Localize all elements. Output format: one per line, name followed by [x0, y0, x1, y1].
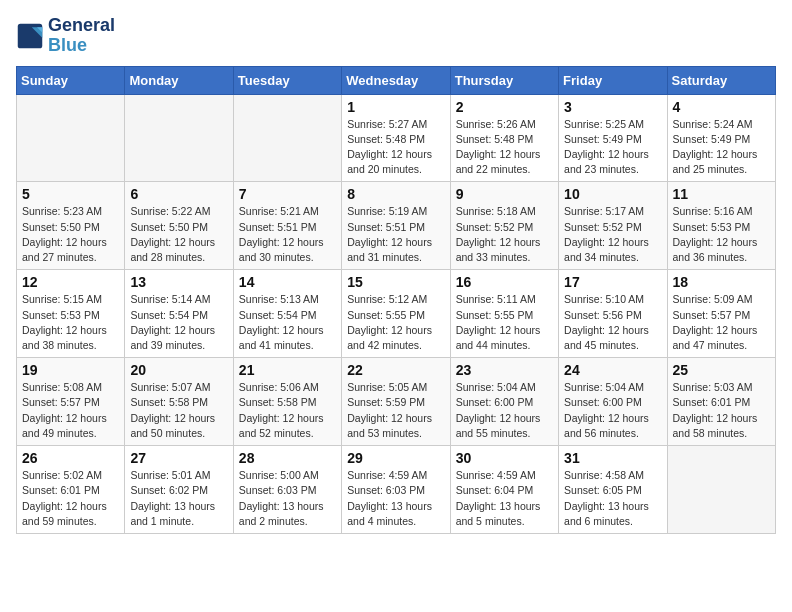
day-info: Sunrise: 5:02 AM Sunset: 6:01 PM Dayligh…: [22, 468, 119, 529]
day-number: 23: [456, 362, 553, 378]
day-number: 17: [564, 274, 661, 290]
day-number: 4: [673, 99, 770, 115]
day-number: 10: [564, 186, 661, 202]
calendar-cell: 4Sunrise: 5:24 AM Sunset: 5:49 PM Daylig…: [667, 94, 775, 182]
calendar-cell: 10Sunrise: 5:17 AM Sunset: 5:52 PM Dayli…: [559, 182, 667, 270]
day-number: 2: [456, 99, 553, 115]
calendar-cell: [233, 94, 341, 182]
calendar-cell: 15Sunrise: 5:12 AM Sunset: 5:55 PM Dayli…: [342, 270, 450, 358]
calendar-cell: 2Sunrise: 5:26 AM Sunset: 5:48 PM Daylig…: [450, 94, 558, 182]
calendar-cell: 22Sunrise: 5:05 AM Sunset: 5:59 PM Dayli…: [342, 358, 450, 446]
calendar-cell: 30Sunrise: 4:59 AM Sunset: 6:04 PM Dayli…: [450, 446, 558, 534]
calendar-cell: 18Sunrise: 5:09 AM Sunset: 5:57 PM Dayli…: [667, 270, 775, 358]
day-number: 5: [22, 186, 119, 202]
day-number: 3: [564, 99, 661, 115]
calendar-cell: 25Sunrise: 5:03 AM Sunset: 6:01 PM Dayli…: [667, 358, 775, 446]
calendar-cell: 21Sunrise: 5:06 AM Sunset: 5:58 PM Dayli…: [233, 358, 341, 446]
calendar-cell: 29Sunrise: 4:59 AM Sunset: 6:03 PM Dayli…: [342, 446, 450, 534]
calendar-cell: 12Sunrise: 5:15 AM Sunset: 5:53 PM Dayli…: [17, 270, 125, 358]
calendar-cell: 17Sunrise: 5:10 AM Sunset: 5:56 PM Dayli…: [559, 270, 667, 358]
day-number: 25: [673, 362, 770, 378]
calendar-cell: [17, 94, 125, 182]
weekday-header: Monday: [125, 66, 233, 94]
day-info: Sunrise: 5:04 AM Sunset: 6:00 PM Dayligh…: [564, 380, 661, 441]
calendar-table: SundayMondayTuesdayWednesdayThursdayFrid…: [16, 66, 776, 534]
calendar-week-row: 12Sunrise: 5:15 AM Sunset: 5:53 PM Dayli…: [17, 270, 776, 358]
day-info: Sunrise: 5:08 AM Sunset: 5:57 PM Dayligh…: [22, 380, 119, 441]
calendar-week-row: 5Sunrise: 5:23 AM Sunset: 5:50 PM Daylig…: [17, 182, 776, 270]
day-info: Sunrise: 5:17 AM Sunset: 5:52 PM Dayligh…: [564, 204, 661, 265]
day-number: 15: [347, 274, 444, 290]
day-number: 1: [347, 99, 444, 115]
day-number: 12: [22, 274, 119, 290]
weekday-header: Thursday: [450, 66, 558, 94]
calendar-cell: [125, 94, 233, 182]
weekday-header: Saturday: [667, 66, 775, 94]
calendar-cell: 19Sunrise: 5:08 AM Sunset: 5:57 PM Dayli…: [17, 358, 125, 446]
weekday-header: Tuesday: [233, 66, 341, 94]
day-info: Sunrise: 5:01 AM Sunset: 6:02 PM Dayligh…: [130, 468, 227, 529]
calendar-cell: 13Sunrise: 5:14 AM Sunset: 5:54 PM Dayli…: [125, 270, 233, 358]
calendar-week-row: 19Sunrise: 5:08 AM Sunset: 5:57 PM Dayli…: [17, 358, 776, 446]
day-number: 27: [130, 450, 227, 466]
day-info: Sunrise: 5:21 AM Sunset: 5:51 PM Dayligh…: [239, 204, 336, 265]
day-info: Sunrise: 5:00 AM Sunset: 6:03 PM Dayligh…: [239, 468, 336, 529]
day-number: 30: [456, 450, 553, 466]
day-info: Sunrise: 5:05 AM Sunset: 5:59 PM Dayligh…: [347, 380, 444, 441]
day-number: 13: [130, 274, 227, 290]
day-info: Sunrise: 5:15 AM Sunset: 5:53 PM Dayligh…: [22, 292, 119, 353]
calendar-week-row: 26Sunrise: 5:02 AM Sunset: 6:01 PM Dayli…: [17, 446, 776, 534]
logo: GeneralBlue: [16, 16, 115, 56]
weekday-header: Sunday: [17, 66, 125, 94]
day-info: Sunrise: 5:19 AM Sunset: 5:51 PM Dayligh…: [347, 204, 444, 265]
day-number: 7: [239, 186, 336, 202]
day-number: 14: [239, 274, 336, 290]
calendar-cell: 27Sunrise: 5:01 AM Sunset: 6:02 PM Dayli…: [125, 446, 233, 534]
logo-text: GeneralBlue: [48, 16, 115, 56]
day-number: 21: [239, 362, 336, 378]
weekday-header: Wednesday: [342, 66, 450, 94]
day-number: 9: [456, 186, 553, 202]
day-info: Sunrise: 5:24 AM Sunset: 5:49 PM Dayligh…: [673, 117, 770, 178]
day-number: 16: [456, 274, 553, 290]
day-number: 26: [22, 450, 119, 466]
day-info: Sunrise: 4:59 AM Sunset: 6:03 PM Dayligh…: [347, 468, 444, 529]
day-info: Sunrise: 5:16 AM Sunset: 5:53 PM Dayligh…: [673, 204, 770, 265]
calendar-cell: 3Sunrise: 5:25 AM Sunset: 5:49 PM Daylig…: [559, 94, 667, 182]
day-info: Sunrise: 5:23 AM Sunset: 5:50 PM Dayligh…: [22, 204, 119, 265]
calendar-cell: 20Sunrise: 5:07 AM Sunset: 5:58 PM Dayli…: [125, 358, 233, 446]
calendar-cell: 7Sunrise: 5:21 AM Sunset: 5:51 PM Daylig…: [233, 182, 341, 270]
day-info: Sunrise: 5:27 AM Sunset: 5:48 PM Dayligh…: [347, 117, 444, 178]
day-number: 22: [347, 362, 444, 378]
calendar-cell: 24Sunrise: 5:04 AM Sunset: 6:00 PM Dayli…: [559, 358, 667, 446]
day-info: Sunrise: 5:04 AM Sunset: 6:00 PM Dayligh…: [456, 380, 553, 441]
day-info: Sunrise: 5:11 AM Sunset: 5:55 PM Dayligh…: [456, 292, 553, 353]
day-info: Sunrise: 5:13 AM Sunset: 5:54 PM Dayligh…: [239, 292, 336, 353]
day-info: Sunrise: 5:12 AM Sunset: 5:55 PM Dayligh…: [347, 292, 444, 353]
weekday-header: Friday: [559, 66, 667, 94]
header: GeneralBlue: [16, 16, 776, 56]
day-info: Sunrise: 5:18 AM Sunset: 5:52 PM Dayligh…: [456, 204, 553, 265]
calendar-cell: 11Sunrise: 5:16 AM Sunset: 5:53 PM Dayli…: [667, 182, 775, 270]
calendar-cell: 16Sunrise: 5:11 AM Sunset: 5:55 PM Dayli…: [450, 270, 558, 358]
calendar-cell: 26Sunrise: 5:02 AM Sunset: 6:01 PM Dayli…: [17, 446, 125, 534]
day-number: 29: [347, 450, 444, 466]
logo-icon: [16, 22, 44, 50]
calendar-cell: [667, 446, 775, 534]
day-info: Sunrise: 5:06 AM Sunset: 5:58 PM Dayligh…: [239, 380, 336, 441]
day-info: Sunrise: 5:10 AM Sunset: 5:56 PM Dayligh…: [564, 292, 661, 353]
day-number: 31: [564, 450, 661, 466]
calendar-cell: 28Sunrise: 5:00 AM Sunset: 6:03 PM Dayli…: [233, 446, 341, 534]
day-info: Sunrise: 5:07 AM Sunset: 5:58 PM Dayligh…: [130, 380, 227, 441]
calendar-cell: 6Sunrise: 5:22 AM Sunset: 5:50 PM Daylig…: [125, 182, 233, 270]
day-number: 11: [673, 186, 770, 202]
day-info: Sunrise: 5:25 AM Sunset: 5:49 PM Dayligh…: [564, 117, 661, 178]
calendar-cell: 31Sunrise: 4:58 AM Sunset: 6:05 PM Dayli…: [559, 446, 667, 534]
day-number: 8: [347, 186, 444, 202]
day-info: Sunrise: 5:03 AM Sunset: 6:01 PM Dayligh…: [673, 380, 770, 441]
day-info: Sunrise: 4:58 AM Sunset: 6:05 PM Dayligh…: [564, 468, 661, 529]
day-number: 28: [239, 450, 336, 466]
day-number: 20: [130, 362, 227, 378]
day-number: 6: [130, 186, 227, 202]
calendar-cell: 9Sunrise: 5:18 AM Sunset: 5:52 PM Daylig…: [450, 182, 558, 270]
